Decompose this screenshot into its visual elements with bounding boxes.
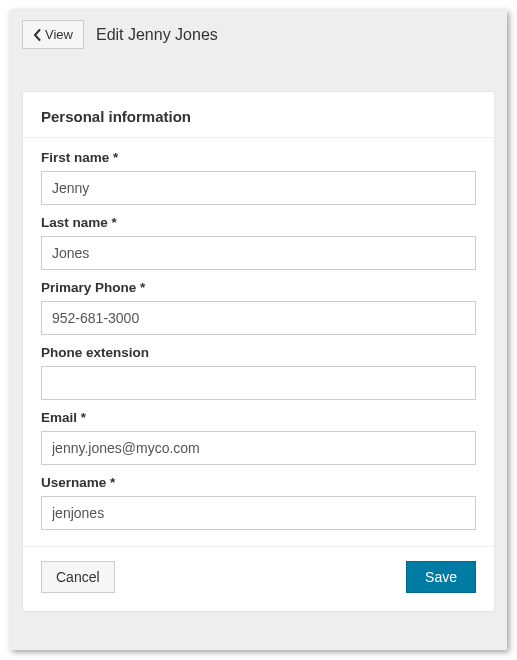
personal-info-card: Personal information First name * Last n… — [22, 91, 495, 612]
page-title: Edit Jenny Jones — [96, 26, 218, 44]
primary-phone-label: Primary Phone * — [41, 280, 476, 295]
field-username: Username * — [41, 475, 476, 530]
first-name-label: First name * — [41, 150, 476, 165]
phone-extension-label: Phone extension — [41, 345, 476, 360]
last-name-label: Last name * — [41, 215, 476, 230]
field-last-name: Last name * — [41, 215, 476, 270]
username-input[interactable] — [41, 496, 476, 530]
cancel-button[interactable]: Cancel — [41, 561, 115, 593]
page-header: View Edit Jenny Jones — [10, 10, 507, 63]
view-button[interactable]: View — [22, 20, 84, 49]
page-frame: View Edit Jenny Jones Personal informati… — [10, 10, 507, 650]
username-label: Username * — [41, 475, 476, 490]
phone-extension-input[interactable] — [41, 366, 476, 400]
view-button-label: View — [45, 27, 73, 42]
card-body: First name * Last name * Primary Phone *… — [23, 138, 494, 546]
field-first-name: First name * — [41, 150, 476, 205]
field-phone-extension: Phone extension — [41, 345, 476, 400]
card-section-title: Personal information — [23, 92, 494, 138]
last-name-input[interactable] — [41, 236, 476, 270]
field-primary-phone: Primary Phone * — [41, 280, 476, 335]
field-email: Email * — [41, 410, 476, 465]
card-footer: Cancel Save — [23, 546, 494, 611]
primary-phone-input[interactable] — [41, 301, 476, 335]
chevron-left-icon — [33, 29, 41, 41]
save-button[interactable]: Save — [406, 561, 476, 593]
email-input[interactable] — [41, 431, 476, 465]
first-name-input[interactable] — [41, 171, 476, 205]
email-label: Email * — [41, 410, 476, 425]
